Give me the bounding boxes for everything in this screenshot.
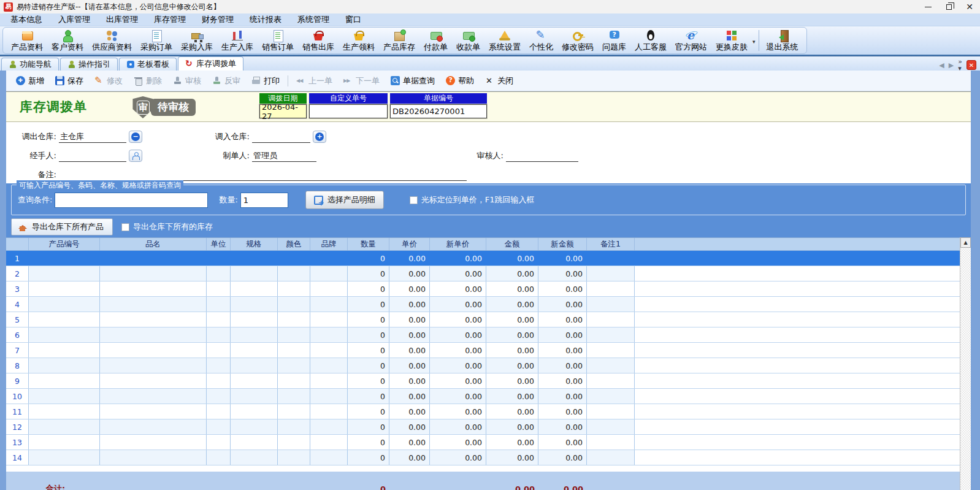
table-row-9[interactable]: 900.000.000.000.00 <box>6 373 960 389</box>
cell-num[interactable]: 1 <box>6 251 29 266</box>
cell-new_price[interactable]: 0.00 <box>430 404 486 419</box>
action-search-doc-button[interactable]: 单据查询 <box>386 75 440 86</box>
cell-name[interactable] <box>100 435 207 450</box>
toolbar-button-doc-sales[interactable]: 销售订单 <box>258 28 298 53</box>
cell-num[interactable]: 2 <box>6 266 29 281</box>
menu-item-7[interactable]: 系统管理 <box>289 13 337 26</box>
cell-num[interactable]: 14 <box>6 450 29 465</box>
toolbar-button-skin[interactable]: 更换皮肤 <box>711 28 752 53</box>
cell-qty[interactable]: 0 <box>348 389 389 404</box>
cell-spec[interactable] <box>231 281 278 296</box>
cell-new_amount[interactable]: 0.00 <box>538 358 587 373</box>
cell-amount[interactable]: 0.00 <box>486 373 538 388</box>
cell-brand[interactable] <box>310 404 348 419</box>
toolbar-button-basket-red[interactable]: 销售出库 <box>298 28 339 53</box>
grid-header-new_amount[interactable]: 新金额 <box>538 238 587 250</box>
cell-new_amount[interactable]: 0.00 <box>538 373 587 388</box>
cell-new_amount[interactable]: 0.00 <box>538 327 587 342</box>
cell-name[interactable] <box>100 327 207 342</box>
cell-spec[interactable] <box>231 373 278 388</box>
cell-note1[interactable] <box>587 389 635 404</box>
tab-scroll-left-icon[interactable]: ◀ <box>939 62 944 69</box>
cell-spec[interactable] <box>231 343 278 358</box>
cell-num[interactable]: 10 <box>6 389 29 404</box>
out-warehouse-remove-button[interactable]: − <box>129 131 142 143</box>
cell-price[interactable]: 0.00 <box>389 373 430 388</box>
table-row-13[interactable]: 1300.000.000.000.00 <box>6 435 960 450</box>
cell-name[interactable] <box>100 297 207 312</box>
cell-new_price[interactable]: 0.00 <box>430 343 486 358</box>
cell-name[interactable] <box>100 312 207 327</box>
cell-color[interactable] <box>278 419 310 434</box>
quantity-input[interactable]: 1 <box>240 193 288 208</box>
cell-spec[interactable] <box>231 419 278 434</box>
grid-header-brand[interactable]: 品牌 <box>310 238 348 250</box>
cell-new_amount[interactable]: 0.00 <box>538 251 587 266</box>
cell-color[interactable] <box>278 389 310 404</box>
cell-amount[interactable]: 0.00 <box>486 343 538 358</box>
cell-new_amount[interactable]: 0.00 <box>538 281 587 296</box>
cell-note1[interactable] <box>587 312 635 327</box>
grid-header-new_price[interactable]: 新单价 <box>430 238 486 250</box>
cell-note1[interactable] <box>587 358 635 373</box>
table-row-4[interactable]: 400.000.000.000.00 <box>6 297 960 312</box>
cell-code[interactable] <box>29 343 100 358</box>
tab-4[interactable]: 库存调拨单 <box>178 56 243 71</box>
tab-close-button[interactable]: ✕ <box>967 60 976 70</box>
cell-amount[interactable]: 0.00 <box>486 297 538 312</box>
cell-spec[interactable] <box>231 404 278 419</box>
cell-code[interactable] <box>29 404 100 419</box>
cell-amount[interactable]: 0.00 <box>486 312 538 327</box>
cell-note1[interactable] <box>587 419 635 434</box>
cell-note1[interactable] <box>587 266 635 281</box>
cell-note1[interactable] <box>587 327 635 342</box>
cell-num[interactable]: 4 <box>6 297 29 312</box>
cell-price[interactable]: 0.00 <box>389 358 430 373</box>
tab-list-menu-icon[interactable]: »▾ <box>958 58 962 72</box>
cell-code[interactable] <box>29 419 100 434</box>
cell-new_amount[interactable]: 0.00 <box>538 419 587 434</box>
menu-item-5[interactable]: 财务管理 <box>194 13 242 26</box>
cell-code[interactable] <box>29 389 100 404</box>
toolbar-button-supplier[interactable]: 供应商资料 <box>88 28 136 53</box>
cell-qty[interactable]: 0 <box>348 358 389 373</box>
cell-brand[interactable] <box>310 266 348 281</box>
cell-qty[interactable]: 0 <box>348 312 389 327</box>
cell-color[interactable] <box>278 450 310 465</box>
cell-unit[interactable] <box>207 343 231 358</box>
cell-name[interactable] <box>100 419 207 434</box>
cell-name[interactable] <box>100 343 207 358</box>
grid-header-qty[interactable]: 数量 <box>348 238 389 250</box>
cell-name[interactable] <box>100 389 207 404</box>
cell-amount[interactable]: 0.00 <box>486 389 538 404</box>
cell-note1[interactable] <box>587 404 635 419</box>
cell-num[interactable]: 12 <box>6 419 29 434</box>
toolbar-button-qq[interactable]: 人工客服 <box>630 28 671 53</box>
cell-amount[interactable]: 0.00 <box>486 327 538 342</box>
cell-new_price[interactable]: 0.00 <box>430 327 486 342</box>
menu-item-2[interactable]: 入库管理 <box>50 13 98 26</box>
toolbar-button-truck[interactable]: 采购入库 <box>177 28 217 53</box>
cell-brand[interactable] <box>310 251 348 266</box>
cell-color[interactable] <box>278 251 310 266</box>
in-warehouse-field[interactable] <box>252 131 310 143</box>
table-row-1[interactable]: 100.000.000.000.00 <box>6 251 960 266</box>
grid-header-color[interactable]: 颜色 <box>278 238 310 250</box>
cell-price[interactable]: 0.00 <box>389 327 430 342</box>
grid-header-name[interactable]: 品名 <box>100 238 207 250</box>
cell-new_amount[interactable]: 0.00 <box>538 450 587 465</box>
cell-num[interactable]: 7 <box>6 343 29 358</box>
export-all-products-button[interactable]: 导出仓库下所有产品 <box>11 218 113 235</box>
cell-name[interactable] <box>100 358 207 373</box>
cursor-to-price-checkbox[interactable] <box>410 196 418 204</box>
cell-amount[interactable]: 0.00 <box>486 419 538 434</box>
auditor-field[interactable] <box>506 150 578 162</box>
menu-item-4[interactable]: 库存管理 <box>146 13 194 26</box>
toolbar-button-product[interactable]: 产品资料 <box>7 28 47 53</box>
tab-scroll-right-icon[interactable]: ▶ <box>949 62 954 69</box>
toolbar-button-settings[interactable]: 系统设置 <box>484 28 525 53</box>
cell-new_amount[interactable]: 0.00 <box>538 404 587 419</box>
grid-header-num[interactable] <box>6 238 29 250</box>
cell-new_price[interactable]: 0.00 <box>430 297 486 312</box>
cell-price[interactable]: 0.00 <box>389 297 430 312</box>
